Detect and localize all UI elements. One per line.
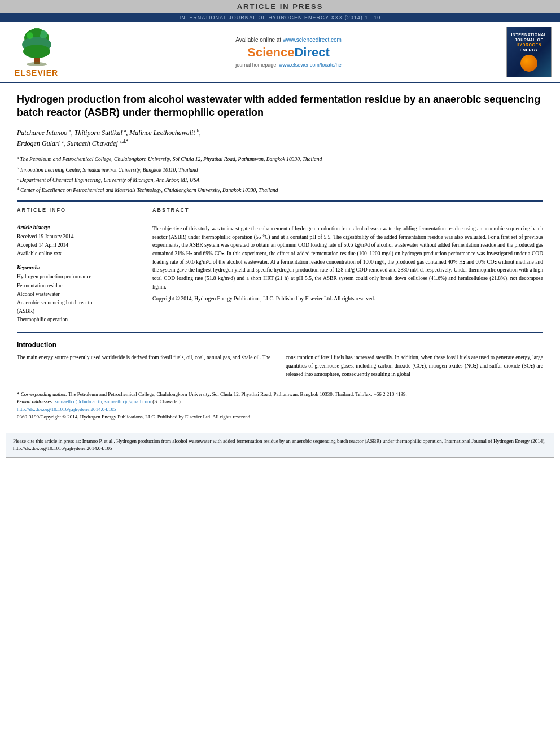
keyword-2: Fermentation residue [17,282,133,290]
affiliation-a: a The Petroleum and Petrochemical Colleg… [17,155,543,163]
introduction-right-col: consumption of fossil fuels has increase… [286,353,543,378]
corresponding-affiliation: The Petroleum and Petrochemical College,… [68,391,407,397]
svg-point-1 [27,62,47,66]
science-part: Science [247,45,294,59]
email1-link[interactable]: sumaeth.c@chula.ac.th [55,399,102,404]
article-info-abstract-section: ARTICLE INFO Article history: Received 1… [17,207,543,325]
sciencedirect-logo: ScienceDirect [247,45,330,60]
keyword-5: Thermophilic operation [17,316,133,324]
elsevier-logo: ELSEVIER [6,27,73,77]
keyword-4: Anaerobic sequencing batch reactor(ASBR) [17,299,133,316]
main-divider [17,200,543,202]
cover-title-line2: HYDROGEN [517,43,541,47]
introduction-right-text: consumption of fossil fuels has increase… [286,353,543,378]
abstract-column: ABSTRACT The objective of this study was… [152,207,543,325]
journal-cover-box: International Journal of HYDROGEN ENERGY [506,27,552,77]
footnote-area: * Corresponding author. The Petroleum an… [17,387,543,421]
affiliation-c: c Department of Chemical Engineering, Un… [17,176,543,184]
top-header: ELSEVIER Available online at www.science… [0,22,560,83]
svg-point-5 [27,32,33,39]
email-line: E-mail addresses: sumaeth.c@chula.ac.th,… [17,398,543,406]
section-divider [17,332,543,333]
citation-box: Please cite this article in press as: In… [6,433,554,458]
corresponding-author-note: * Corresponding author. The Petroleum an… [17,391,543,399]
introduction-section: Introduction The main energy source pres… [17,341,543,378]
article-info-header: ARTICLE INFO [17,207,133,213]
cover-globe-icon [520,55,537,72]
abstract-divider [152,219,543,219]
elsevier-label: ELSEVIER [15,68,58,77]
article-title: Hydrogen production from alcohol wastewa… [17,93,543,120]
introduction-columns: The main energy source presently used wo… [17,353,543,378]
issn-line: 0360-3199/Copyright © 2014, Hydrogen Ene… [17,413,543,421]
affiliations: a The Petroleum and Petrochemical Colleg… [17,155,543,195]
abstract-header: ABSTRACT [152,207,543,213]
direct-part: Direct [294,45,329,59]
svg-point-4 [23,45,50,58]
abstract-copyright: Copyright © 2014, Hydrogen Energy Public… [152,295,543,303]
journal-header-bar: INTERNATIONAL JOURNAL OF HYDROGEN ENERGY… [0,13,560,22]
elsevier-tree-icon [14,27,59,66]
sciencedirect-url[interactable]: www.sciencedirect.com [283,37,342,43]
article-info-divider [17,219,133,219]
article-info-column: ARTICLE INFO Article history: Received 1… [17,207,141,325]
keyword-3: Alcohol wastewater [17,290,133,299]
received-date: Received 19 January 2014 [17,233,133,241]
abstract-paragraph: The objective of this study was to inves… [152,225,543,291]
introduction-left-text: The main energy source presently used wo… [17,353,274,362]
corresponding-star: * Corresponding author. [17,391,67,397]
doi-link[interactable]: http://dx.doi.org/10.1016/j.ijhydene.201… [17,407,116,412]
affiliation-d: d Center of Excellence on Petrochemical … [17,186,543,194]
cover-title-text: International Journal of HYDROGEN ENERGY [509,32,549,53]
journal-homepage-url[interactable]: www.elsevier.com/locate/he [279,62,342,68]
main-content: Hydrogen production from alcohol wastewa… [0,83,560,427]
keyword-1: Hydrogen production performance [17,273,133,281]
introduction-title: Introduction [17,341,543,349]
abstract-text: The objective of this study was to inves… [152,225,543,303]
available-online-text: Available online at www.sciencedirect.co… [235,37,342,43]
history-label: Article history: [17,225,133,230]
accepted-date: Accepted 14 April 2014 [17,241,133,250]
introduction-left-col: The main energy source presently used wo… [17,353,274,378]
email-suffix: (S. Chavadej). [152,399,182,404]
journal-homepage-text: journal homepage: www.elsevier.com/locat… [235,62,342,68]
affiliation-b: b Innovation Learning Center, Srinakarin… [17,165,543,174]
keywords-label: Keywords: [17,265,133,270]
header-center: Available online at www.sciencedirect.co… [79,27,498,77]
available-online: Available online xxx [17,250,133,258]
email-label: E-mail addresses: [17,399,54,404]
cover-title-line1: International Journal of [511,33,546,42]
doi-line: http://dx.doi.org/10.1016/j.ijhydene.201… [17,406,543,414]
email2-link[interactable]: sumaeth.c@gmail.com [104,399,151,404]
cover-title-line3: ENERGY [520,48,539,52]
journal-cover: International Journal of HYDROGEN ENERGY [504,27,554,77]
article-in-press-banner: ARTICLE IN PRESS [0,0,560,13]
svg-point-7 [32,28,41,37]
authors: Patcharee Intanoo a, Thitiporn Suttikul … [17,128,543,149]
